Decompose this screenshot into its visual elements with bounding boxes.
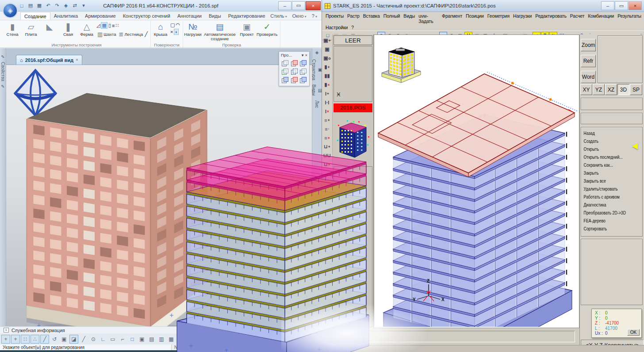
rendered-building-model[interactable] — [12, 84, 225, 326]
coordinate-input[interactable]: 0 — [202, 345, 232, 350]
snap-middle-icon[interactable]: ∷ — [21, 335, 30, 344]
num-indicator[interactable]: NUM — [174, 345, 184, 350]
refresh-button[interactable]: Refr — [581, 55, 596, 67]
tab-analytics[interactable]: Аналитика — [50, 12, 81, 20]
doc-open-icon[interactable]: ▤ — [147, 335, 156, 344]
command-save-as[interactable]: Сохранить как... — [581, 161, 630, 169]
menu-views[interactable]: Виды — [402, 13, 417, 24]
menu-help[interactable]: ? — [349, 24, 356, 31]
doc-copy-icon[interactable]: □ — [128, 335, 137, 344]
leer-header[interactable]: LEER — [334, 35, 372, 45]
structure-tab[interactable]: ▣Структура — [311, 59, 322, 80]
slab-button[interactable]: ▱Плита — [22, 21, 40, 37]
foundation-delete-icon[interactable]: ⊔× — [324, 161, 330, 168]
command-fea-tree[interactable]: FEA-дерево — [581, 217, 630, 225]
views-tab[interactable]: ▤Виды — [311, 84, 322, 96]
wall-delete-icon[interactable]: ▮× — [324, 81, 330, 88]
truss-button[interactable]: △Ферма — [78, 21, 96, 37]
polyline-icon[interactable]: ⌐ — [118, 335, 127, 344]
leer-empty-view[interactable]: Ӿ — [334, 46, 372, 102]
command-open[interactable]: Открыть — [581, 145, 630, 153]
projection-cube-7[interactable] — [281, 76, 289, 84]
menu-combinations[interactable]: Комбинации — [586, 13, 616, 24]
command-sort[interactable]: Сортировать — [581, 225, 630, 233]
pile-button[interactable]: ❚Свая — [59, 21, 77, 37]
snap-grid-icon[interactable]: + — [1, 335, 10, 344]
stark-minimize-button[interactable]: – — [601, 1, 614, 10]
projection-cube-5[interactable] — [290, 68, 298, 75]
compare-icon[interactable]: ⇄ — [71, 2, 79, 9]
check-button[interactable]: ✓Проверить — [257, 21, 278, 37]
menu-positions[interactable]: Позиции — [464, 13, 486, 24]
undo-icon[interactable]: ↶ — [44, 2, 52, 9]
foundation-add-icon[interactable]: ⊔+ — [324, 143, 330, 150]
open-icon[interactable]: ▤ — [27, 2, 34, 9]
bulb-off-icon[interactable]: ● — [206, 335, 215, 344]
spline-icon[interactable]: ╱ — [145, 31, 148, 37]
printer-icon[interactable]: ▩ — [196, 335, 205, 344]
save-icon[interactable]: ▦ — [35, 2, 43, 9]
circle-tool-icon[interactable]: ⊙ — [89, 335, 98, 344]
qat-more-icon[interactable]: ▾ — [80, 2, 88, 9]
foundation-pair-icon[interactable]: ⊔⊔ — [323, 152, 331, 159]
wall-pair-icon[interactable]: ▮▮ — [324, 73, 330, 79]
window-menu[interactable]: Окно — [292, 13, 307, 19]
command-archive[interactable]: Работать с архивом — [581, 193, 630, 201]
stark-close-button[interactable]: × — [629, 1, 642, 10]
projection-cube-6[interactable] — [299, 68, 307, 75]
snap-node-icon[interactable]: + — [11, 335, 20, 344]
stark-viewport[interactable]: ZXYW — [374, 34, 579, 328]
menu-results[interactable]: Результаты — [616, 13, 643, 24]
update-model-icon[interactable]: ◈ — [62, 2, 70, 9]
plane-xz-button[interactable]: XZ — [605, 84, 617, 95]
slab-edit-icon[interactable]: ≡· — [325, 126, 329, 132]
word-button[interactable]: Word — [581, 71, 596, 83]
stark-maximize-button[interactable]: ▭ — [615, 1, 628, 10]
command-convert-2d-3d[interactable]: Преобразовать 2D->3D — [581, 209, 630, 217]
tab-creation[interactable]: Создание — [20, 12, 50, 20]
command-close-all[interactable]: Закрыть все — [581, 177, 630, 185]
leer-select-icon[interactable]: ▣o — [323, 55, 331, 61]
style-menu[interactable]: Стиль — [270, 13, 287, 19]
command-diagnostics[interactable]: Диагностика — [581, 201, 630, 209]
dome-icon[interactable]: ◠ — [176, 22, 180, 28]
roof-button[interactable]: ⌂Крыша — [152, 21, 169, 37]
command-back[interactable]: Назад — [581, 129, 630, 137]
ok-button[interactable]: OK — [627, 329, 640, 336]
document-tab[interactable]: ⌂ 2016.spf:Общий вид × — [16, 55, 82, 65]
perpendicular-icon[interactable]: ∟ — [99, 335, 107, 344]
shaft-button[interactable]: ▥Шахта — [96, 30, 117, 38]
menu-raster[interactable]: Растр — [345, 13, 361, 24]
bulb-on-icon[interactable]: ● — [215, 335, 224, 344]
render-icon[interactable]: ◆ — [225, 335, 234, 344]
shell-icon[interactable]: ◗ — [174, 29, 179, 35]
tab-editing[interactable]: Редактирование — [225, 12, 269, 20]
cylinder-icon[interactable]: ▢ — [170, 22, 175, 28]
corner-wall-button[interactable]: ◣ — [41, 21, 58, 37]
slab-delete-icon[interactable]: ≡× — [324, 134, 330, 141]
auto-create-button[interactable]: ▤Автоматическое создание — [203, 21, 237, 41]
minimize-button[interactable]: – — [278, 1, 291, 10]
menu-geometry[interactable]: Геометрия — [486, 13, 511, 24]
doc-new-icon[interactable]: ▣ — [138, 335, 146, 344]
column-pair-icon[interactable]: I·I — [325, 99, 330, 106]
new-doc-icon[interactable]: □ — [18, 2, 26, 9]
rotate-icon[interactable]: ↺ — [50, 335, 59, 344]
bulb-dim-icon[interactable]: ● — [235, 335, 244, 344]
zoom-button[interactable]: Zoom — [581, 39, 596, 51]
projection-cube-3[interactable] — [299, 59, 307, 67]
menu-insert[interactable]: Вставка — [361, 13, 382, 24]
active-pos-file[interactable]: 2016.POS — [334, 103, 372, 112]
panel-icon[interactable]: ▯ — [108, 23, 111, 28]
menu-fragment[interactable]: Фрагмент — [440, 13, 464, 24]
menu-edit[interactable]: Редактировать — [533, 13, 568, 24]
grid-points-icon[interactable]: ∷ — [115, 23, 119, 28]
tab-close-icon[interactable]: × — [76, 57, 78, 62]
doc-insert-icon[interactable]: ▥ — [157, 335, 166, 344]
command-open-recent[interactable]: Открыть последний... — [581, 153, 630, 161]
plane-yz-button[interactable]: YZ — [593, 84, 605, 95]
snap-angle-icon[interactable]: ╱ — [40, 335, 49, 344]
leer-copy-icon[interactable]: ▣ — [325, 46, 329, 53]
menu-uvw[interactable]: uvw-Задать — [417, 13, 440, 24]
column-delete-icon[interactable]: I× — [325, 108, 329, 115]
